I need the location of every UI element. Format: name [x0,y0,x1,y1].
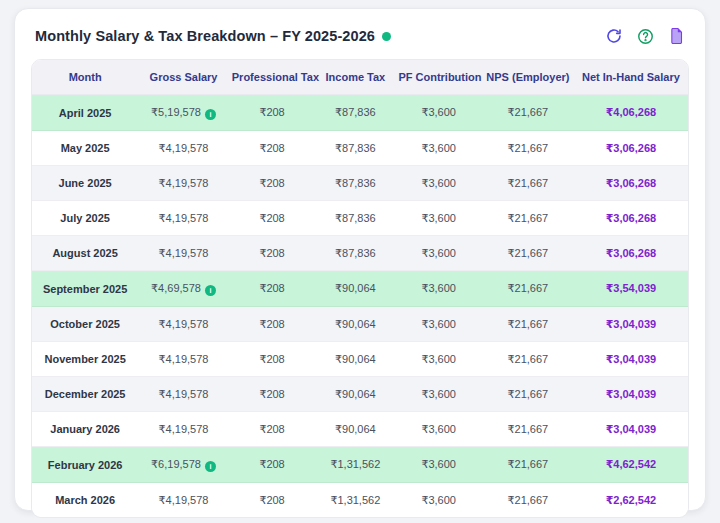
professional_tax-cell: ₹208 [229,236,316,271]
report-button[interactable] [667,27,685,45]
nps_employer-cell: ₹21,667 [482,377,574,412]
table-row: January 2026₹4,19,578₹208₹90,064₹3,600₹2… [32,412,688,447]
gross-info-icon[interactable]: i [205,109,216,120]
net-cell: ₹3,04,039 [574,377,688,412]
column-header-5: NPS (Employer) [482,60,574,95]
refresh-icon [606,28,622,44]
column-header-4: PF Contribution [395,60,482,95]
pf_contribution-cell: ₹3,600 [395,483,482,518]
professional_tax-cell: ₹208 [229,131,316,166]
table-row: October 2025₹4,19,578₹208₹90,064₹3,600₹2… [32,307,688,342]
professional_tax-cell: ₹208 [229,95,316,131]
month-cell: July 2025 [32,201,138,236]
professional_tax-cell: ₹208 [229,483,316,518]
month-cell: May 2025 [32,131,138,166]
month-cell: January 2026 [32,412,138,447]
net-cell: ₹3,06,268 [574,201,688,236]
pf_contribution-cell: ₹3,600 [395,95,482,131]
column-header-3: Income Tax [315,60,395,95]
nps_employer-cell: ₹21,667 [482,131,574,166]
table-row: July 2025₹4,19,578₹208₹87,836₹3,600₹21,6… [32,201,688,236]
column-header-1: Gross Salary [138,60,229,95]
nps_employer-cell: ₹21,667 [482,166,574,201]
net-cell: ₹3,06,268 [574,131,688,166]
net-cell: ₹2,62,542 [574,483,688,518]
table-row: August 2025₹4,19,578₹208₹87,836₹3,600₹21… [32,236,688,271]
net-cell: ₹3,54,039 [574,271,688,307]
table-header-row: MonthGross SalaryProfessional TaxIncome … [32,60,688,95]
professional_tax-cell: ₹208 [229,342,316,377]
income_tax-cell: ₹90,064 [315,377,395,412]
gross-cell: ₹6,19,578i [138,447,229,483]
pf_contribution-cell: ₹3,600 [395,342,482,377]
document-icon [669,28,684,44]
gross-cell: ₹4,19,578 [138,377,229,412]
income_tax-cell: ₹87,836 [315,166,395,201]
live-status-dot [382,32,391,41]
income_tax-cell: ₹87,836 [315,95,395,131]
gross-info-icon[interactable]: i [205,285,216,296]
salary-table: MonthGross SalaryProfessional TaxIncome … [32,60,688,517]
gross-cell: ₹5,19,578i [138,95,229,131]
income_tax-cell: ₹1,31,562 [315,483,395,518]
month-cell: June 2025 [32,166,138,201]
nps_employer-cell: ₹21,667 [482,236,574,271]
table-row: June 2025₹4,19,578₹208₹87,836₹3,600₹21,6… [32,166,688,201]
net-cell: ₹4,06,268 [574,95,688,131]
gross-cell: ₹4,19,578 [138,342,229,377]
pf_contribution-cell: ₹3,600 [395,377,482,412]
help-icon [637,28,654,45]
gross-info-icon[interactable]: i [205,461,216,472]
gross-cell: ₹4,19,578 [138,201,229,236]
gross-cell: ₹4,19,578 [138,166,229,201]
net-cell: ₹3,04,039 [574,412,688,447]
net-cell: ₹4,62,542 [574,447,688,483]
nps_employer-cell: ₹21,667 [482,342,574,377]
pf_contribution-cell: ₹3,600 [395,412,482,447]
net-cell: ₹3,06,268 [574,166,688,201]
nps_employer-cell: ₹21,667 [482,307,574,342]
header-actions [605,27,685,45]
income_tax-cell: ₹90,064 [315,412,395,447]
professional_tax-cell: ₹208 [229,271,316,307]
net-cell: ₹3,06,268 [574,236,688,271]
table-row: April 2025₹5,19,578i₹208₹87,836₹3,600₹21… [32,95,688,131]
month-cell: October 2025 [32,307,138,342]
table-body: April 2025₹5,19,578i₹208₹87,836₹3,600₹21… [32,95,688,518]
nps_employer-cell: ₹21,667 [482,412,574,447]
month-cell: November 2025 [32,342,138,377]
salary-table-container: MonthGross SalaryProfessional TaxIncome … [31,59,689,518]
table-row: March 2026₹4,19,578₹208₹1,31,562₹3,600₹2… [32,483,688,518]
pf_contribution-cell: ₹3,600 [395,447,482,483]
table-row: November 2025₹4,19,578₹208₹90,064₹3,600₹… [32,342,688,377]
pf_contribution-cell: ₹3,600 [395,166,482,201]
professional_tax-cell: ₹208 [229,412,316,447]
month-cell: August 2025 [32,236,138,271]
professional_tax-cell: ₹208 [229,447,316,483]
table-row: December 2025₹4,19,578₹208₹90,064₹3,600₹… [32,377,688,412]
gross-cell: ₹4,69,578i [138,271,229,307]
card-header: Monthly Salary & Tax Breakdown – FY 2025… [31,27,689,59]
month-cell: December 2025 [32,377,138,412]
pf_contribution-cell: ₹3,600 [395,307,482,342]
pf_contribution-cell: ₹3,600 [395,201,482,236]
month-cell: April 2025 [32,95,138,131]
salary-breakdown-card: Monthly Salary & Tax Breakdown – FY 2025… [14,8,706,511]
net-cell: ₹3,04,039 [574,307,688,342]
refresh-button[interactable] [605,27,623,45]
table-row: May 2025₹4,19,578₹208₹87,836₹3,600₹21,66… [32,131,688,166]
income_tax-cell: ₹1,31,562 [315,447,395,483]
gross-cell: ₹4,19,578 [138,307,229,342]
gross-cell: ₹4,19,578 [138,412,229,447]
help-button[interactable] [636,27,654,45]
pf_contribution-cell: ₹3,600 [395,131,482,166]
income_tax-cell: ₹90,064 [315,271,395,307]
nps_employer-cell: ₹21,667 [482,201,574,236]
table-row: February 2026₹6,19,578i₹208₹1,31,562₹3,6… [32,447,688,483]
professional_tax-cell: ₹208 [229,307,316,342]
income_tax-cell: ₹90,064 [315,307,395,342]
net-cell: ₹3,04,039 [574,342,688,377]
income_tax-cell: ₹87,836 [315,201,395,236]
column-header-6: Net In-Hand Salary [574,60,688,95]
nps_employer-cell: ₹21,667 [482,271,574,307]
